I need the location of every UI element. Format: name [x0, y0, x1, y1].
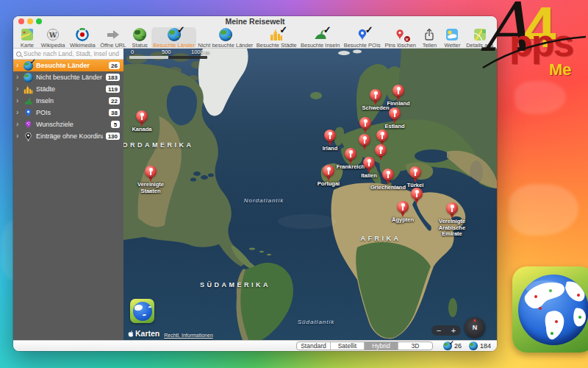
compass-control[interactable]: N: [465, 317, 485, 338]
pin-label: Irland: [323, 146, 337, 152]
toolbar-item-label: Besuchte Inseln: [301, 42, 340, 49]
toolbar-item-oeffne-url[interactable]: Öffne URL: [98, 27, 128, 49]
region-label-suedamerika: SÜDAMERIKA: [200, 281, 270, 289]
toolbar-item-label: Besuchte POIs: [344, 42, 381, 49]
sidebar-item-inseln[interactable]: Inseln 22: [13, 95, 123, 107]
count-badge: 26: [109, 62, 120, 69]
toolbar-item-besuchte-inseln[interactable]: Besuchte Inseln: [299, 27, 342, 49]
app-icon-globe: [512, 266, 588, 353]
toolbar-item-label: Wikimedia: [70, 42, 96, 49]
chevron-right-icon[interactable]: [16, 119, 20, 130]
pin-label: Vereinigte Staaten: [137, 182, 164, 194]
zoom-control: − +: [431, 325, 461, 336]
chevron-right-icon[interactable]: [16, 72, 20, 82]
toolbar-item-label: Besuchte Städte: [257, 42, 297, 49]
toolbar-item-label: Wetter: [445, 42, 461, 49]
apple-logo-icon: [128, 330, 134, 337]
world-map: [123, 49, 497, 340]
logo-me: Me: [549, 60, 572, 79]
toolbar-item-wikipedia[interactable]: W Wikipedia: [39, 27, 67, 49]
pin-label: Vereinigte Arabische Emirate: [439, 219, 465, 238]
map-mode-standard[interactable]: Standard: [297, 342, 331, 350]
apps4me-logo: 4 A pps Me: [481, 4, 588, 87]
weather-icon: [445, 28, 459, 41]
map-canvas[interactable]: 0 500 1000 m NORDAMERIKA Nordatlantik AF…: [123, 49, 497, 340]
toolbar-item-details-aus[interactable]: Details aus: [464, 27, 495, 49]
region-label-suedatlantik: Südatlantik: [298, 319, 335, 325]
sidebar-item-label: Städte: [36, 85, 103, 93]
count-badge: 130: [106, 132, 120, 140]
region-label-nordatlantik: Nordatlantik: [244, 197, 284, 204]
logo-4: 4: [524, 0, 556, 56]
count-badge: 38: [109, 109, 120, 116]
pin-label: Ägypten: [392, 217, 414, 224]
wikimedia-icon: [76, 28, 89, 41]
zoom-button[interactable]: [36, 18, 42, 24]
toolbar-item-pins-loeschen[interactable]: Pins löschen: [383, 27, 418, 49]
globe-check-icon: [23, 60, 33, 71]
toolbar-item-besuchte-laender[interactable]: Besuchte Länder: [151, 27, 196, 49]
chevron-right-icon[interactable]: [16, 131, 20, 141]
city-check-icon: [270, 28, 283, 41]
pin-label: Frankreich: [337, 164, 365, 171]
map-scale: 0 500 1000 m: [129, 49, 210, 59]
sidebar-item-besuchte-laender[interactable]: Besuchte Länder 26: [13, 60, 123, 71]
toolbar-item-label: Karte: [21, 42, 34, 49]
sidebar-item-staedte[interactable]: Städte 119: [13, 83, 123, 95]
window-title: Meine Reisewelt: [13, 16, 497, 27]
logo-pps: pps: [509, 24, 573, 62]
count-badge: 119: [106, 85, 120, 93]
map-mode-hybrid[interactable]: Hybrid: [365, 342, 398, 350]
toolbar-item-besuchte-staedte[interactable]: Besuchte Städte: [255, 27, 298, 49]
chevron-right-icon[interactable]: [16, 96, 20, 106]
toolbar-item-nicht-besuchte-laender[interactable]: Nicht besuchte Länder: [197, 27, 254, 49]
pin-label: Estland: [384, 124, 404, 130]
zoom-out-button[interactable]: −: [434, 326, 443, 335]
apple-maps-brand: Karten: [128, 329, 159, 338]
city-icon: [23, 84, 33, 94]
count-badge: 183: [106, 74, 120, 81]
pin-label: Portugal: [318, 181, 340, 188]
toolbar-item-besuchte-pois[interactable]: Besuchte POIs: [342, 27, 382, 49]
share-icon: [423, 28, 436, 41]
region-label-nordamerika: NORDAMERIKA: [123, 141, 194, 149]
map-mode-satellit[interactable]: Satellit: [331, 342, 365, 350]
sidebar-item-label: Nicht besuchte Länder: [36, 74, 103, 81]
sidebar-item-pois[interactable]: POIs 38: [13, 107, 123, 118]
status-counters: 26 184: [443, 342, 491, 350]
chevron-right-icon[interactable]: [16, 84, 20, 94]
region-label-afrika: AFRIKA: [361, 235, 401, 242]
minimize-button[interactable]: [27, 18, 33, 24]
map-icon: [21, 28, 34, 41]
toolbar-item-teilen[interactable]: Teilen: [418, 27, 440, 49]
background-map-silhouette: [509, 184, 578, 236]
zoom-in-button[interactable]: +: [449, 326, 458, 335]
island-icon: [23, 96, 33, 106]
pin-label: Finnland: [387, 101, 409, 107]
sidebar-item-eintraege-ohne-koordinaten[interactable]: Einträge ohne Koordinaten 130: [13, 130, 123, 142]
toolbar-item-wikimedia[interactable]: Wikimedia: [68, 27, 97, 49]
map-mode-switcher: Standard Satellit Hybrid 3D: [296, 342, 433, 350]
chevron-right-icon[interactable]: [16, 107, 20, 118]
pin-label: Griechenland: [370, 185, 406, 191]
logo-swash: [481, 4, 588, 87]
chevron-right-icon[interactable]: [16, 60, 20, 71]
globe-icon: [219, 28, 232, 41]
search-input[interactable]: [24, 50, 121, 57]
titlebar: Meine Reisewelt: [13, 16, 497, 26]
background-map-silhouette: [514, 81, 566, 114]
toolbar-item-label: Öffne URL: [100, 42, 126, 49]
sidebar-item-nicht-besuchte-laender[interactable]: Nicht besuchte Länder 183: [13, 71, 123, 83]
wikipedia-icon: W: [46, 28, 60, 41]
toolbar-item-label: Besuchte Länder: [153, 42, 195, 49]
pin-label: Kanada: [132, 127, 151, 133]
toolbar-item-karte[interactable]: Karte: [16, 27, 38, 49]
sidebar-item-wunschziele[interactable]: Wunschziele 5: [13, 118, 123, 130]
toolbar-item-status[interactable]: Status: [129, 27, 151, 49]
close-button[interactable]: [18, 18, 24, 24]
toolbar-item-wetter[interactable]: Wetter: [441, 27, 463, 49]
apple-maps-logo[interactable]: [130, 299, 154, 323]
legal-link[interactable]: Rechtl. Informationen: [164, 333, 213, 338]
toolbar-item-label: Wikipedia: [41, 42, 65, 49]
map-mode-3d[interactable]: 3D: [398, 342, 432, 350]
